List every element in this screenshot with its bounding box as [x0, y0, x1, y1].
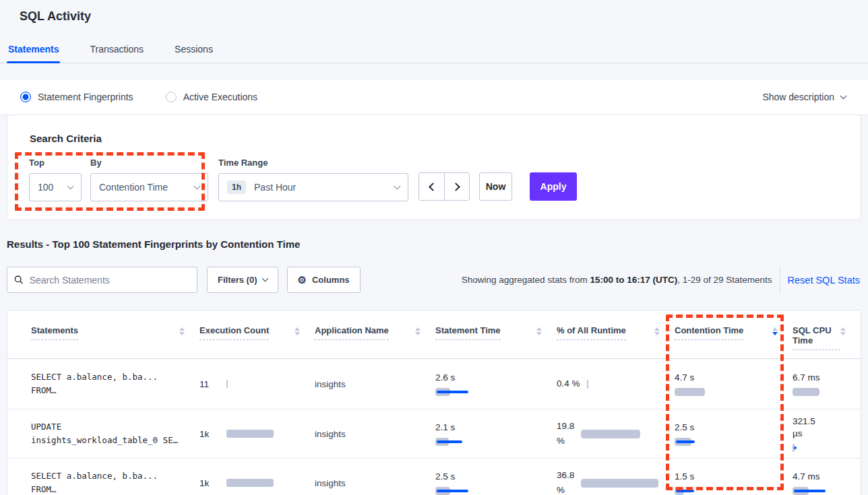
bar-chart [793, 388, 848, 396]
results-heading: Results - Top 100 Statement Fingerprints… [7, 238, 300, 250]
column-header-label: Execution Count [199, 325, 269, 340]
filters-label: Filters (0) [218, 275, 257, 285]
tab-statements[interactable]: Statements [7, 38, 60, 63]
table-row[interactable]: SELECT a.balance, b.ba...FROM…11insights… [7, 359, 861, 409]
column-header-label: Statement Time [435, 325, 501, 340]
search-statements-input[interactable] [30, 275, 190, 286]
sort-icon[interactable] [294, 327, 300, 335]
time-range-next-button[interactable] [444, 173, 469, 200]
show-description-label: Show description [762, 92, 834, 102]
radio-active-executions[interactable]: Active Executions [166, 92, 258, 102]
bar-chart [793, 444, 848, 452]
column-header-label: Statements [31, 325, 78, 340]
gear-icon: ⚙ [298, 275, 307, 285]
apply-button[interactable]: Apply [530, 172, 577, 201]
statement-fingerprint-link[interactable]: SELECT a.balance, b.ba...FROM… [31, 469, 199, 495]
time-range-prev-button[interactable] [419, 173, 444, 200]
statement-fingerprint-link[interactable]: UPDATEinsights_workload_table_0 SE… [31, 420, 199, 447]
aggregated-stats-text: Showing aggregated stats from 15:00 to 1… [462, 275, 772, 285]
radio-selected-icon[interactable] [20, 92, 31, 102]
sort-icon[interactable] [772, 327, 778, 335]
sort-icon[interactable] [179, 327, 185, 335]
column-header--of-all-runtime[interactable]: % of All Runtime [557, 310, 675, 358]
time-range-select[interactable]: 1h Past Hour [218, 173, 408, 201]
show-description-toggle[interactable]: Show description [762, 92, 846, 102]
bar-chart [226, 380, 228, 388]
contention-time-cell: 2.5 s [675, 422, 793, 446]
column-header-label: Application Name [315, 325, 389, 340]
bar-chart [587, 380, 588, 389]
table-row[interactable]: SELECT a.balance, b.ba...FROM…1kinsights… [7, 459, 861, 495]
top-label: Top [29, 158, 82, 168]
time-range-value: Past Hour [254, 182, 296, 193]
column-header-label: Contention Time [675, 325, 743, 340]
statements-table: StatementsExecution CountApplication Nam… [7, 310, 861, 495]
column-header-contention-time[interactable]: Contention Time [675, 310, 793, 358]
page-header: SQL Activity [0, 0, 868, 24]
bar-chart [675, 487, 780, 495]
search-criteria-heading: Search Criteria [30, 133, 861, 144]
column-header-execution-count[interactable]: Execution Count [199, 310, 315, 358]
top-field: Top 100 [29, 158, 82, 201]
table-row[interactable]: UPDATEinsights_workload_table_0 SE…1kins… [7, 409, 861, 459]
now-button[interactable]: Now [479, 172, 512, 201]
by-select-value: Contention Time [99, 182, 168, 193]
radio-unselected-icon[interactable] [166, 92, 177, 102]
sql-cpu-time-cell: 321.5µs [793, 416, 861, 452]
statement-time-cell: 2.5 s [435, 471, 557, 495]
bar-chart [793, 487, 848, 495]
bar-chart [435, 388, 545, 396]
execution-count-cell: 1k [199, 478, 315, 488]
filters-button[interactable]: Filters (0) [207, 267, 278, 293]
chevron-down-icon [261, 275, 268, 282]
execution-count-cell: 11 [199, 379, 315, 389]
search-criteria-card: Search Criteria Top 100 By Contention Ti… [7, 114, 861, 220]
tab-transactions[interactable]: Transactions [88, 38, 145, 63]
column-header-statements[interactable]: Statements [31, 310, 199, 358]
bar-chart [675, 388, 780, 396]
contention-time-cell: 1.5 s [675, 471, 793, 495]
sort-icon[interactable] [654, 327, 660, 335]
tab-sessions[interactable]: Sessions [173, 38, 214, 63]
application-name-cell: insights [315, 478, 435, 488]
by-select[interactable]: Contention Time [90, 173, 208, 201]
bar-chart [581, 430, 640, 438]
column-header-application-name[interactable]: Application Name [315, 310, 435, 358]
chevron-down-icon [67, 183, 74, 189]
page-title: SQL Activity [20, 9, 868, 24]
execution-count-cell: 1k [199, 429, 315, 439]
bar-chart [435, 438, 545, 446]
time-range-pager [418, 172, 470, 201]
column-header-statement-time[interactable]: Statement Time [435, 310, 557, 358]
top-select[interactable]: 100 [29, 173, 82, 201]
time-range-field: Time Range 1h Past Hour [218, 158, 408, 201]
tabbar: Statements Transactions Sessions [0, 38, 868, 63]
radio-statement-fingerprints[interactable]: Statement Fingerprints [20, 92, 133, 102]
top-select-value: 100 [38, 182, 53, 193]
column-header-label: % of All Runtime [557, 325, 626, 340]
bar-chart [435, 487, 545, 495]
column-header-sql-cpu-time[interactable]: SQL CPU Time [793, 310, 861, 358]
pct-runtime-cell: 36.8% [557, 468, 675, 495]
radio-label: Active Executions [183, 92, 258, 102]
search-statements-box [7, 267, 197, 293]
divider [780, 267, 780, 293]
statement-fingerprint-link[interactable]: SELECT a.balance, b.ba...FROM… [31, 370, 199, 397]
columns-button[interactable]: ⚙ Columns [287, 267, 361, 293]
bar-chart [226, 430, 274, 438]
column-header-label: SQL CPU Time [793, 325, 840, 350]
by-field: By Contention Time [90, 158, 208, 201]
time-range-badge: 1h [227, 180, 246, 194]
reset-sql-stats-link[interactable]: Reset SQL Stats [788, 275, 860, 286]
sort-icon[interactable] [415, 327, 421, 335]
stats-time-range: 15:00 to 16:17 (UTC) [590, 275, 677, 285]
columns-label: Columns [312, 275, 350, 285]
sort-icon[interactable] [840, 327, 846, 335]
application-name-cell: insights [315, 379, 435, 389]
contention-time-cell: 4.7 s [675, 372, 793, 396]
sql-cpu-time-cell: 4.7 ms [793, 471, 861, 495]
bar-chart [226, 479, 274, 487]
bar-chart [675, 438, 780, 446]
application-name-cell: insights [315, 429, 435, 439]
sort-icon[interactable] [536, 327, 542, 335]
